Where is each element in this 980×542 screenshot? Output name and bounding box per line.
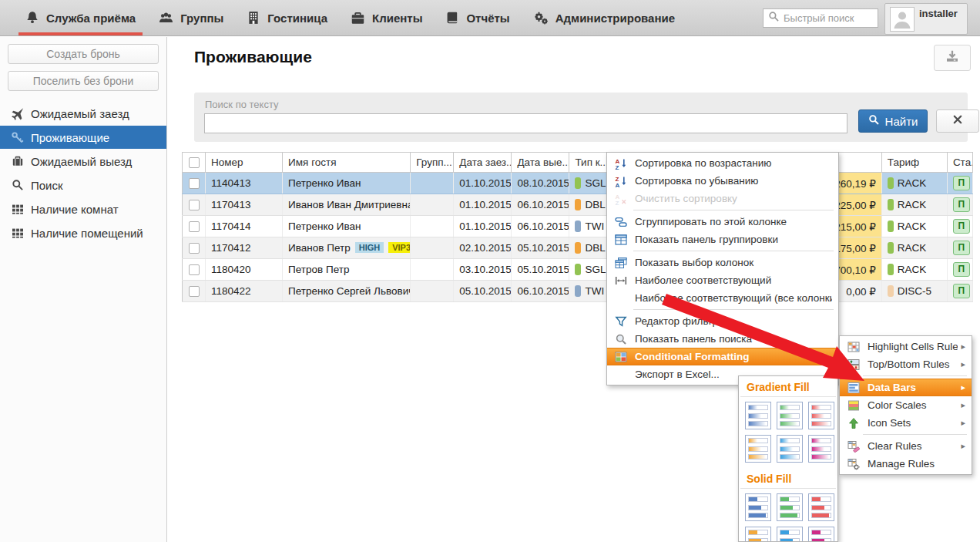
gradient-fill-tile-2[interactable] — [777, 402, 803, 429]
booking-number[interactable]: 1170412 — [206, 237, 283, 259]
guest-name[interactable]: Иванов ПетрHIGHVIP3 — [283, 237, 411, 259]
context-menu-item-6[interactable]: Показать панель группировки — [607, 231, 838, 248]
context-menu-item-12[interactable]: Редактор фильтров... — [607, 312, 838, 330]
quick-search-box[interactable] — [763, 8, 878, 28]
data-bar — [748, 413, 768, 419]
nav-tab-6[interactable]: Администрирование — [522, 0, 686, 35]
gradient-fill-tile-5[interactable] — [777, 435, 803, 463]
table-row[interactable]: 1180420Петров Петр03.10.201505.10.2015SG… — [183, 259, 973, 281]
status: П — [947, 173, 972, 194]
table-row[interactable]: 1170414Петренко Иван01.10.201506.10.2015… — [183, 216, 973, 237]
submenu-item-4[interactable]: Data Bars▸ — [840, 379, 972, 396]
guest-name[interactable]: Иванов Иван Дмитриевна — [283, 194, 411, 216]
gradient-fill-tile-6[interactable] — [808, 435, 834, 463]
sidebar-button-1[interactable]: Создать бронь — [8, 44, 159, 64]
sort-clear-icon: AZ — [612, 193, 630, 205]
solid-fill-tile-1[interactable] — [745, 493, 771, 521]
nav-tab-2[interactable]: Группы — [147, 0, 235, 35]
gradient-fill-tile-3[interactable] — [808, 402, 834, 429]
table-row[interactable]: 1170412Иванов ПетрHIGHVIP302.10.201505.1… — [183, 237, 973, 259]
sidebar-item-4[interactable]: Поиск — [0, 173, 166, 197]
download-icon — [945, 49, 959, 66]
booking-number[interactable]: 1170414 — [206, 216, 283, 237]
column-header-5[interactable]: Дата вые... — [512, 153, 569, 173]
submenu-item-2[interactable]: Top/Bottom Rules▸ — [840, 355, 972, 373]
find-button[interactable]: Найти — [858, 109, 928, 133]
sidebar-button-2[interactable]: Поселить без брони — [8, 71, 159, 91]
sidebar-item-5[interactable]: Наличие комнат — [0, 197, 166, 221]
context-menu-item-14[interactable]: Conditional Formatting▸ — [607, 348, 838, 365]
sidebar-item-3[interactable]: Ожидаемый выезд — [0, 150, 166, 173]
solid-fill-tile-6[interactable] — [808, 527, 834, 542]
user-panel[interactable]: installer — [884, 3, 968, 35]
nav-tab-1[interactable]: Служба приёма — [14, 0, 147, 35]
menu-item-label: Icon Sets — [863, 417, 958, 429]
data-bar — [748, 446, 768, 452]
context-menu-item-8[interactable]: Показать выбор колонок — [607, 254, 838, 271]
column-header-checkbox[interactable] — [183, 153, 206, 173]
solid-fill-tile-2[interactable] — [777, 493, 803, 521]
room-type-color-pill — [575, 221, 581, 232]
context-menu-item-1[interactable]: AZСортировка по возрастанию — [607, 154, 838, 172]
tariff: RACK — [881, 237, 947, 259]
gradient-fill-tile-1[interactable] — [745, 402, 771, 429]
menu-item-label: Сортировка по возрастанию — [630, 157, 832, 169]
solid-fill-tile-4[interactable] — [745, 527, 771, 542]
column-header-4[interactable]: Дата заез... — [454, 153, 512, 173]
booking-number[interactable]: 1180422 — [206, 281, 283, 302]
tariff: RACK — [881, 216, 947, 237]
status: П — [947, 216, 972, 237]
context-menu-item-10[interactable]: Наиболее соответствующий (все колонки) — [607, 289, 838, 307]
sidebar-item-1[interactable]: Ожидаемый заезд — [0, 102, 166, 125]
tariff: RACK — [881, 173, 947, 194]
booking-number[interactable]: 1180420 — [206, 259, 283, 281]
data-bar — [811, 405, 831, 410]
row-checkbox[interactable] — [189, 243, 200, 254]
submenu-item-5[interactable]: Color Scales▸ — [840, 396, 972, 414]
clear-search-button[interactable] — [936, 109, 979, 133]
table-row[interactable]: 1170413Иванов Иван Дмитриевна01.10.20150… — [183, 194, 973, 216]
sidebar-item-6[interactable]: Наличие помещений — [0, 221, 166, 244]
context-menu-item-13[interactable]: Показать панель поиска — [607, 330, 838, 348]
solid-fill-tile-5[interactable] — [777, 527, 803, 542]
solid-fill-tile-3[interactable] — [808, 493, 834, 521]
gradient-fill-tile-4[interactable] — [745, 435, 771, 463]
arrival-date: 03.10.2015 — [454, 259, 512, 281]
row-checkbox[interactable] — [189, 178, 200, 189]
text-search-input[interactable] — [204, 113, 847, 133]
row-checkbox[interactable] — [189, 221, 200, 232]
column-header-1[interactable]: Номер — [206, 153, 283, 173]
data-bar — [780, 513, 800, 518]
quick-search-input[interactable] — [784, 12, 868, 24]
nav-tab-4[interactable]: Клиенты — [339, 0, 434, 35]
guest-name[interactable]: Петренко Сергей Львович — [283, 281, 411, 302]
context-menu-item-9[interactable]: Наиболее соответствующий — [607, 271, 838, 289]
submenu-item-1[interactable]: Highlight Cells Rules▸ — [840, 338, 972, 355]
row-checkbox[interactable] — [189, 200, 200, 210]
submenu-item-8[interactable]: Clear Rules▸ — [840, 437, 972, 455]
context-menu-item-3[interactable]: AZОчистить сортировку — [607, 190, 838, 207]
row-checkbox[interactable] — [189, 264, 200, 275]
export-button[interactable] — [934, 45, 971, 71]
booking-number[interactable]: 1140413 — [206, 173, 283, 194]
guest-name[interactable]: Петров Петр — [283, 259, 411, 281]
table-row[interactable]: 1180422Петренко Сергей Львович05.10.2015… — [183, 281, 973, 302]
nav-tab-5[interactable]: Отчёты — [434, 0, 521, 35]
column-header-3[interactable]: Групп... — [411, 153, 454, 173]
table-row[interactable]: 1140413Петренко Иван01.10.201508.10.2015… — [183, 173, 973, 194]
context-menu-item-2[interactable]: ZAСортировка по убыванию — [607, 172, 838, 190]
column-header-12[interactable]: Ста... — [947, 153, 972, 173]
guest-name[interactable]: Петренко Иван — [283, 216, 411, 237]
select-all-checkbox[interactable] — [189, 157, 200, 168]
column-header-11[interactable]: Тариф — [881, 153, 947, 173]
submenu-item-9[interactable]: Manage Rules — [840, 455, 972, 473]
sidebar-item-2[interactable]: Проживающие — [0, 126, 166, 149]
context-menu-item-5[interactable]: Сгруппировать по этой колонке — [607, 213, 838, 231]
data-bar — [780, 530, 800, 535]
column-header-2[interactable]: Имя гостя — [283, 153, 411, 173]
guest-name[interactable]: Петренко Иван — [283, 173, 411, 194]
submenu-item-6[interactable]: Icon Sets▸ — [840, 414, 972, 432]
booking-number[interactable]: 1170413 — [206, 194, 283, 216]
nav-tab-3[interactable]: Гостиница — [235, 0, 339, 35]
row-checkbox[interactable] — [189, 286, 200, 297]
